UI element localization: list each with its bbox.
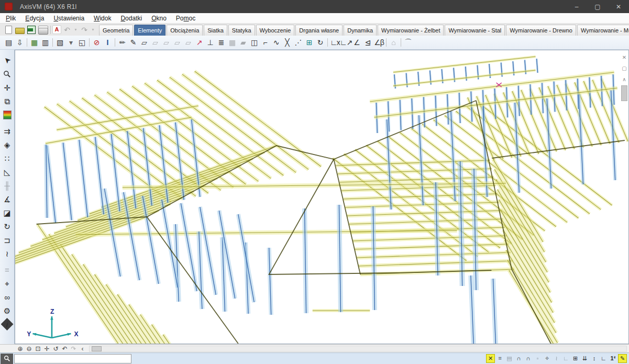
roof-truss-icon[interactable]: ⌒ bbox=[403, 37, 414, 48]
story-level-icon[interactable]: ⇩ bbox=[14, 37, 25, 48]
viewport-close-icon[interactable]: ✕ bbox=[621, 53, 628, 61]
stories-icon[interactable]: ▤ bbox=[3, 37, 14, 48]
ucs-x-icon[interactable]: ∟x bbox=[329, 37, 340, 48]
nodal-support-icon[interactable]: ⊥ bbox=[205, 37, 216, 48]
dim-snap-icon[interactable]: ↕ bbox=[590, 354, 599, 363]
link-icon[interactable]: ⋰ bbox=[293, 37, 304, 48]
gap-icon[interactable]: ╳ bbox=[282, 37, 293, 48]
rotate-icon[interactable]: ↻ bbox=[1, 220, 14, 233]
saved-views-icon[interactable]: ◱ bbox=[76, 37, 87, 48]
minimize-button[interactable]: – bbox=[566, 0, 587, 13]
tab-drgania-wlasne[interactable]: Drgania własne bbox=[295, 25, 343, 36]
find-icon[interactable]: ⌖ bbox=[1, 277, 14, 290]
rotate-view-icon[interactable]: ↺ bbox=[51, 345, 60, 352]
menu-widok[interactable]: Widok bbox=[89, 13, 116, 23]
redo-icon[interactable]: ↷ bbox=[79, 25, 90, 35]
undo-caret-icon[interactable]: ▾ bbox=[73, 25, 79, 35]
domain-icon[interactable]: ▱ bbox=[139, 37, 150, 48]
settings-wrench-icon[interactable]: ⚙ bbox=[1, 304, 14, 317]
mesh-icon[interactable]: ⊞ bbox=[304, 37, 315, 48]
table-small-icon[interactable]: ⊞ bbox=[571, 354, 580, 363]
frame-icon[interactable]: ◫ bbox=[249, 37, 260, 48]
node-snap-icon[interactable]: ✧ bbox=[543, 354, 551, 363]
tab-dynamika[interactable]: Dynamika bbox=[344, 25, 377, 36]
tab-wyboczenie[interactable]: Wyboczenie bbox=[256, 25, 295, 36]
maximize-button[interactable]: ▢ bbox=[587, 0, 608, 13]
menu-edycja[interactable]: Edycja bbox=[20, 13, 49, 23]
domain-union-icon[interactable]: ▱ bbox=[172, 37, 183, 48]
zoom-in-icon[interactable]: ⊕ bbox=[16, 345, 25, 352]
ucs-move-icon[interactable]: ∟↗ bbox=[340, 37, 351, 48]
translate-icon[interactable]: ⇉ bbox=[1, 125, 14, 137]
tab-geometria[interactable]: Geometria bbox=[99, 25, 133, 36]
spring-icon[interactable]: ∿ bbox=[271, 37, 282, 48]
rib-icon[interactable]: ⌐ bbox=[260, 37, 271, 48]
layer-caret-icon[interactable]: ▾ bbox=[65, 37, 76, 48]
dof-icon[interactable]: ↻ bbox=[315, 37, 326, 48]
cross-section-icon[interactable]: Ι bbox=[102, 37, 113, 48]
menu-pomoc[interactable]: Pomoc bbox=[171, 13, 200, 23]
search-input[interactable] bbox=[14, 354, 131, 363]
undo-view-icon[interactable]: ↶ bbox=[60, 345, 69, 352]
hscroll-thumb[interactable] bbox=[92, 346, 102, 351]
edit-plane-icon[interactable]: ◪ bbox=[1, 206, 14, 219]
select-icon[interactable]: ➤ bbox=[1, 54, 14, 67]
tab-obciazenia[interactable]: Obciążenia bbox=[167, 25, 203, 36]
report-maker-icon[interactable]: ▥ bbox=[40, 37, 51, 48]
wall-icon[interactable]: ▰ bbox=[238, 37, 249, 48]
pan-icon[interactable]: ✛ bbox=[42, 345, 51, 352]
menu-okno[interactable]: Okno bbox=[147, 13, 171, 23]
redo-view-icon[interactable]: ↷ bbox=[69, 345, 78, 352]
menu-dodatki[interactable]: Dodatki bbox=[116, 13, 147, 23]
snap-magnet-active-icon[interactable]: ∩ bbox=[524, 354, 533, 363]
parts-glasses-icon[interactable]: ∞ bbox=[1, 291, 14, 303]
new-file-icon[interactable] bbox=[3, 25, 14, 35]
list-icon[interactable]: ▤ bbox=[505, 354, 514, 363]
search-button[interactable] bbox=[1, 354, 13, 364]
box-select-icon[interactable]: ▫ bbox=[533, 354, 542, 363]
workplanes-icon[interactable]: ⧉ bbox=[1, 95, 14, 107]
horizontal-scrollbar[interactable] bbox=[89, 346, 627, 352]
arrows-down-icon[interactable]: ⇊ bbox=[580, 354, 589, 363]
viewport-maximize-icon[interactable]: ▢ bbox=[621, 64, 628, 72]
viewport-canvas[interactable]: ZYX bbox=[15, 50, 628, 344]
info-icon[interactable]: i bbox=[1, 318, 14, 330]
tab-siatka[interactable]: Siatka bbox=[204, 25, 227, 36]
levels-icon[interactable]: = bbox=[1, 263, 14, 276]
surface-support-icon[interactable]: ▦ bbox=[227, 37, 238, 48]
menu-ustawienia[interactable]: Ustawienia bbox=[49, 13, 89, 23]
pencil-edit-icon[interactable]: ✎ bbox=[618, 354, 627, 363]
tab-wymiarowanie-mur[interactable]: Wymiarowanie - Mur bbox=[577, 25, 629, 36]
viewport-scroll-up-icon[interactable]: ∧ bbox=[621, 75, 628, 83]
transform-icon[interactable]: ◈ bbox=[1, 138, 14, 151]
layer-manager-icon[interactable]: ▧ bbox=[54, 37, 65, 48]
close-button[interactable]: ✕ bbox=[608, 0, 629, 13]
coord-crosshair-icon[interactable]: ✕ bbox=[486, 354, 495, 363]
zoom-icon[interactable] bbox=[1, 68, 14, 80]
units-squared-icon[interactable]: 1² bbox=[609, 354, 617, 363]
draw-pencil-icon[interactable]: ✏ bbox=[117, 37, 128, 48]
draw-direct-icon[interactable]: ✎ bbox=[128, 37, 139, 48]
table-browser-icon[interactable]: ▦ bbox=[29, 37, 40, 48]
menu-plik[interactable]: Plik bbox=[1, 13, 20, 23]
axis-snap-icon[interactable]: ∟ bbox=[561, 354, 570, 363]
ucs-rotate-icon[interactable]: ∠ bbox=[351, 37, 362, 48]
undo-icon[interactable]: ↶ bbox=[61, 25, 73, 35]
model-viewport[interactable]: ZYX ✕ ▢ ∧ bbox=[15, 50, 629, 344]
print-icon[interactable] bbox=[37, 25, 49, 35]
domain-calc-icon[interactable]: ▱ bbox=[183, 37, 194, 48]
pdf-icon[interactable]: A bbox=[52, 25, 61, 34]
snap-magnet-icon[interactable]: ∩ bbox=[514, 354, 523, 363]
save-icon[interactable] bbox=[26, 25, 37, 35]
geometry-tools-icon[interactable]: ◺ bbox=[1, 166, 14, 178]
tab-wymiarowanie-stal[interactable]: Wymiarowanie - Stal bbox=[445, 25, 505, 36]
line-elements-icon[interactable]: ↗ bbox=[194, 37, 205, 48]
building-wizard-icon[interactable]: ⌂ bbox=[388, 37, 399, 48]
viewport-vscroll-thumb[interactable] bbox=[621, 85, 627, 101]
redo-caret-icon[interactable]: ▾ bbox=[90, 25, 96, 35]
ucs-angle-icon[interactable]: ∠β bbox=[373, 37, 384, 48]
grid-snap-icon[interactable]: ⌗ bbox=[495, 354, 504, 363]
polyline-snap-icon[interactable]: ≀ bbox=[552, 354, 561, 363]
zoom-out-icon[interactable]: ⊖ bbox=[25, 345, 34, 352]
color-coding-icon[interactable] bbox=[1, 108, 14, 121]
